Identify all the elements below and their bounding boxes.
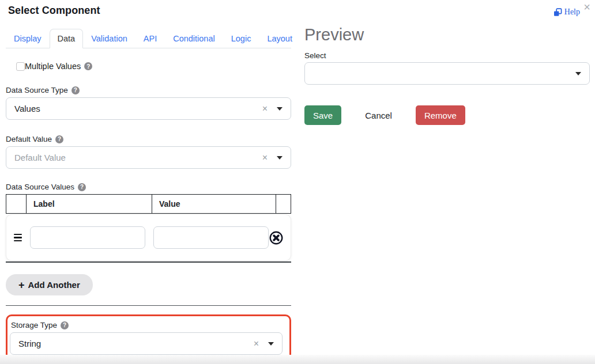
select-component-dialog: Select Component × Help Display Data Val… <box>0 0 595 364</box>
data-source-values-grid: Label Value <box>6 194 291 263</box>
multiple-values-label: Multiple Values <box>25 62 81 71</box>
storage-type-help-icon[interactable]: ? <box>61 321 69 329</box>
dialog-actions: Save Cancel Remove <box>304 105 590 125</box>
tab-display[interactable]: Display <box>6 29 50 48</box>
clear-icon[interactable]: × <box>262 104 268 114</box>
data-source-type-select[interactable]: Values × <box>6 97 291 120</box>
clear-icon[interactable]: × <box>262 153 268 163</box>
preview-select-label: Select <box>304 51 590 60</box>
tab-logic[interactable]: Logic <box>223 29 259 48</box>
plus-icon: + <box>18 280 25 290</box>
chevron-down-icon[interactable] <box>277 156 283 160</box>
data-source-type-label-row: Data Source Type ? <box>6 86 291 94</box>
data-source-type-help-icon[interactable]: ? <box>71 86 80 94</box>
chevron-down-icon[interactable] <box>575 72 581 75</box>
storage-type-label-row: Storage Type ? <box>11 321 283 329</box>
default-value-help-icon[interactable]: ? <box>55 135 63 143</box>
grid-header-value-col: Value <box>152 194 276 214</box>
storage-type-label: Storage Type <box>11 321 57 329</box>
row-label-input[interactable] <box>30 226 145 249</box>
remove-row-icon[interactable] <box>269 230 284 245</box>
add-another-button[interactable]: + Add Another <box>6 274 93 295</box>
multiple-values-row: Multiple Values ? <box>16 62 291 71</box>
storage-type-select[interactable]: String × <box>10 332 283 355</box>
multiple-values-checkbox[interactable] <box>16 62 25 71</box>
settings-tabs: Display Data Validation API Conditional … <box>6 29 291 48</box>
grid-row <box>6 214 291 261</box>
data-source-values-label-row: Data Source Values ? <box>6 183 291 191</box>
default-value-label-row: Default Value ? <box>6 135 291 143</box>
save-button[interactable]: Save <box>304 105 341 125</box>
tab-validation[interactable]: Validation <box>83 29 135 48</box>
grid-header-row: Label Value <box>6 194 291 214</box>
default-value-select[interactable]: Default Value × <box>6 146 291 169</box>
data-source-type-value: Values <box>14 104 262 113</box>
data-source-type-label: Data Source Type <box>6 86 68 94</box>
preview-select[interactable] <box>304 62 590 85</box>
component-settings-panel: Display Data Validation API Conditional … <box>6 0 291 362</box>
chevron-down-icon[interactable] <box>277 107 283 111</box>
grid-header-actions-col <box>276 194 291 214</box>
row-value-input[interactable] <box>153 226 269 249</box>
multiple-values-help-icon[interactable]: ? <box>84 62 92 70</box>
add-another-label: Add Another <box>28 280 80 290</box>
drag-handle-icon[interactable] <box>14 234 22 242</box>
chevron-down-icon[interactable] <box>268 342 274 346</box>
tab-conditional[interactable]: Conditional <box>165 29 223 48</box>
section-divider <box>6 305 291 306</box>
cancel-button[interactable]: Cancel <box>356 105 401 125</box>
remove-button[interactable]: Remove <box>416 105 465 125</box>
tab-layout[interactable]: Layout <box>259 29 300 48</box>
data-source-values-label: Data Source Values <box>6 183 74 191</box>
data-source-values-help-icon[interactable]: ? <box>78 183 86 191</box>
storage-type-value: String <box>18 339 254 348</box>
clear-icon[interactable]: × <box>254 339 259 349</box>
preview-panel: Preview Select Save Cancel Remove <box>304 0 590 125</box>
dialog-bottom-edge <box>0 355 595 364</box>
default-value-label: Default Value <box>6 135 52 143</box>
default-value-placeholder: Default Value <box>14 153 262 162</box>
preview-heading: Preview <box>304 25 590 44</box>
grid-header-drag-col <box>6 194 26 214</box>
grid-header-label-col: Label <box>26 194 152 214</box>
tab-api[interactable]: API <box>135 29 165 48</box>
tab-data[interactable]: Data <box>50 29 84 48</box>
